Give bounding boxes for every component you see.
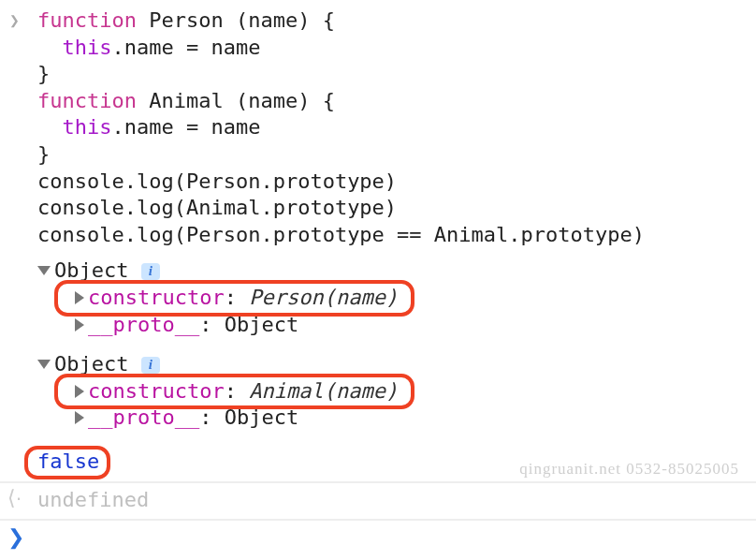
code-line: function Person (name) {	[37, 7, 756, 35]
disclosure-triangle-icon[interactable]	[75, 291, 84, 304]
code-line: console.log(Animal.prototype)	[37, 195, 756, 222]
input-chevron-icon: ❯	[9, 9, 20, 31]
prop-key: constructor	[88, 379, 225, 403]
info-badge-icon[interactable]: i	[141, 263, 160, 280]
console-prompt-line[interactable]: ❯	[0, 520, 756, 526]
output-chevron-icon: ⟨·	[7, 485, 22, 512]
object-header: Object	[54, 258, 128, 282]
disclosure-triangle-icon[interactable]	[75, 385, 84, 398]
code-line: console.log(Person.prototype)	[37, 169, 756, 196]
object-property-row[interactable]: constructor: Person(name)	[37, 285, 756, 312]
code-line: }	[37, 61, 756, 88]
object-property-row[interactable]: constructor: Animal(name)	[37, 378, 756, 405]
console-root: ❯ function Person (name) { this.name = n…	[0, 0, 756, 526]
object-header: Object	[54, 352, 128, 376]
object-property-row[interactable]: __proto__: Object	[37, 405, 756, 432]
prop-value: Person(name)	[249, 286, 398, 309]
disclosure-triangle-open-icon[interactable]	[37, 266, 51, 275]
object-header-row[interactable]: Object i	[37, 258, 756, 285]
keyword-this: this	[63, 36, 112, 59]
code-line: console.log(Person.prototype == Animal.p…	[37, 222, 756, 249]
prop-key: constructor	[88, 286, 225, 309]
prop-value: Animal(name)	[249, 379, 398, 403]
keyword-this: this	[63, 115, 112, 139]
source-code-block: function Person (name) { this.name = nam…	[37, 7, 756, 248]
keyword-function: function	[37, 89, 149, 112]
console-object-output: Object i constructor: Animal(name) __pro…	[37, 351, 756, 432]
code-line: this.name = name	[37, 35, 756, 62]
code-line: }	[37, 141, 756, 169]
disclosure-triangle-open-icon[interactable]	[37, 360, 51, 369]
console-input-entry: ❯ function Person (name) { this.name = n…	[0, 6, 756, 482]
object-property-row[interactable]: __proto__: Object	[37, 312, 756, 339]
highlight-box: constructor: Person(name)	[75, 285, 398, 312]
prop-value: Object	[225, 405, 298, 429]
prop-key: __proto__	[88, 313, 199, 336]
undefined-value: undefined	[37, 488, 149, 511]
console-return-entry: ⟨· undefined	[0, 482, 756, 521]
watermark-text: qingruanit.net 0532-85025005	[519, 459, 739, 479]
keyword-function: function	[37, 8, 149, 32]
info-badge-icon[interactable]: i	[141, 357, 160, 374]
console-object-output: Object i constructor: Person(name) __pro…	[37, 258, 756, 338]
code-line: this.name = name	[37, 114, 756, 141]
object-header-row[interactable]: Object i	[37, 351, 756, 378]
highlight-box: constructor: Animal(name)	[75, 378, 398, 405]
highlight-box: false	[37, 449, 99, 476]
disclosure-triangle-icon[interactable]	[75, 318, 84, 332]
code-line: function Animal (name) {	[37, 88, 756, 115]
prop-value: Object	[225, 313, 298, 336]
disclosure-triangle-icon[interactable]	[75, 411, 84, 424]
prompt-chevron-icon: ❯	[7, 524, 24, 552]
boolean-value: false	[37, 449, 99, 473]
prop-key: __proto__	[88, 405, 199, 429]
